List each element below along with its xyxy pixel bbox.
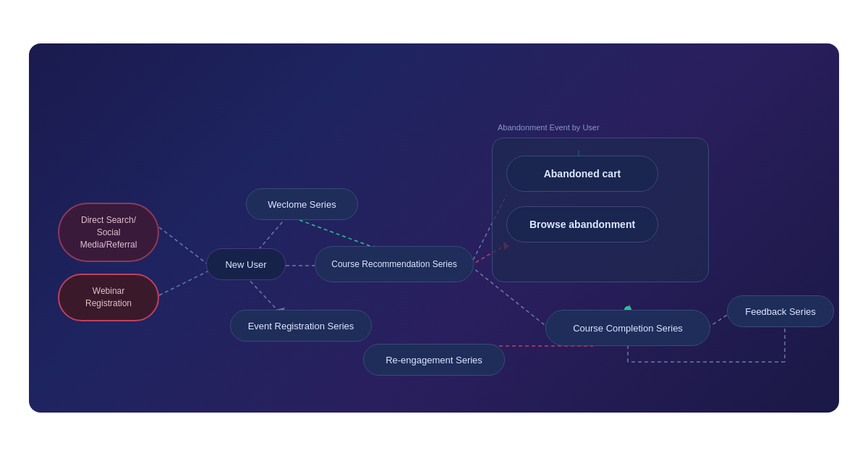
event-registration-node: Event Registration Series: [230, 310, 372, 342]
svg-line-1: [159, 271, 208, 295]
course-completion-node: Course Completion Series: [545, 310, 710, 346]
diagram-container: Abandonment Event by User Direct Search/…: [29, 43, 839, 413]
feedback-series-node: Feedback Series: [727, 295, 834, 327]
svg-line-8: [299, 220, 376, 248]
new-user-node: New User: [206, 248, 286, 280]
webinar-registration-node: Webinar Registration: [58, 274, 159, 321]
svg-line-6: [246, 276, 278, 311]
direct-search-node: Direct Search/ Social Media/Referral: [58, 203, 159, 262]
reengagement-node: Re-engagement Series: [363, 344, 505, 376]
svg-line-0: [159, 227, 208, 264]
welcome-series-node: Weclome Series: [246, 188, 358, 220]
abandonment-label: Abandonment Event by User: [498, 123, 600, 132]
course-recommendation-node: Course Recommendation Series: [315, 246, 474, 282]
abandoned-cart-node: Abandoned cart: [506, 156, 658, 192]
browse-abandonment-node: Browse abandonment: [506, 206, 658, 242]
